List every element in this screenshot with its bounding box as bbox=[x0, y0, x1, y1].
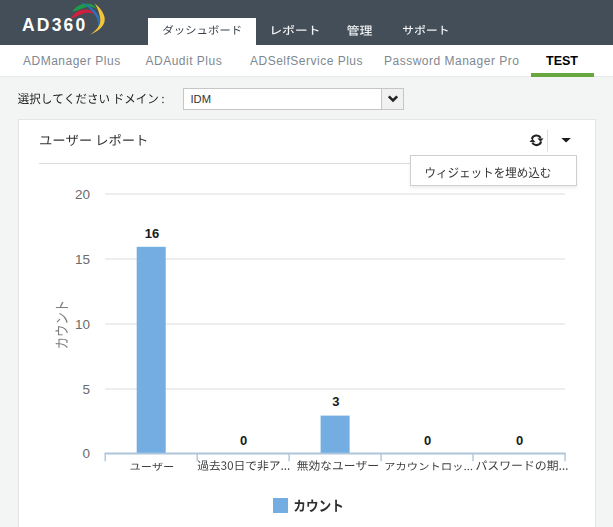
svg-text:0: 0 bbox=[424, 433, 431, 448]
svg-text:0: 0 bbox=[82, 446, 90, 461]
svg-text:15: 15 bbox=[75, 252, 90, 267]
svg-text:10: 10 bbox=[75, 317, 90, 332]
svg-text:0: 0 bbox=[240, 433, 247, 448]
svg-text:20: 20 bbox=[75, 187, 90, 202]
svg-text:16: 16 bbox=[145, 226, 159, 241]
svg-text:0: 0 bbox=[516, 433, 523, 448]
svg-text:5: 5 bbox=[82, 382, 90, 397]
svg-text:3: 3 bbox=[332, 394, 339, 409]
